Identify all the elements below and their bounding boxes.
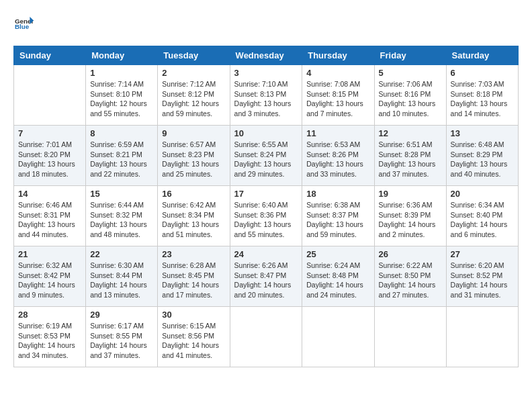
day-cell: 28Sunrise: 6:19 AM Sunset: 8:53 PM Dayli… (14, 307, 86, 367)
day-cell: 8Sunrise: 6:59 AM Sunset: 8:21 PM Daylig… (86, 126, 158, 186)
day-info: Sunrise: 7:06 AM Sunset: 8:16 PM Dayligh… (379, 79, 442, 119)
day-info: Sunrise: 6:51 AM Sunset: 8:28 PM Dayligh… (379, 140, 442, 179)
day-info: Sunrise: 7:10 AM Sunset: 8:13 PM Dayligh… (234, 79, 298, 119)
day-number: 22 (90, 249, 153, 259)
day-cell: 12Sunrise: 6:51 AM Sunset: 8:28 PM Dayli… (374, 126, 446, 186)
day-cell: 4Sunrise: 7:08 AM Sunset: 8:15 PM Daylig… (302, 65, 374, 126)
header: General Blue (13, 13, 519, 35)
day-info: Sunrise: 7:08 AM Sunset: 8:15 PM Dayligh… (306, 79, 369, 119)
day-cell (14, 65, 86, 126)
day-number: 21 (18, 249, 81, 259)
week-row-4: 21Sunrise: 6:32 AM Sunset: 8:42 PM Dayli… (14, 246, 519, 307)
day-number: 25 (306, 249, 369, 259)
day-header-sunday: Sunday (14, 46, 86, 65)
day-cell: 3Sunrise: 7:10 AM Sunset: 8:13 PM Daylig… (230, 65, 302, 126)
day-info: Sunrise: 6:44 AM Sunset: 8:32 PM Dayligh… (90, 200, 153, 240)
day-number: 23 (162, 249, 225, 259)
day-header-saturday: Saturday (446, 46, 518, 65)
day-info: Sunrise: 7:12 AM Sunset: 8:12 PM Dayligh… (162, 79, 225, 119)
day-info: Sunrise: 6:34 AM Sunset: 8:40 PM Dayligh… (451, 200, 514, 240)
day-cell: 13Sunrise: 6:48 AM Sunset: 8:29 PM Dayli… (446, 126, 518, 186)
day-cell: 26Sunrise: 6:22 AM Sunset: 8:50 PM Dayli… (374, 246, 446, 307)
day-number: 17 (234, 189, 298, 199)
day-number: 10 (234, 128, 298, 138)
day-number: 3 (234, 68, 298, 78)
day-info: Sunrise: 6:28 AM Sunset: 8:45 PM Dayligh… (162, 261, 225, 300)
day-header-tuesday: Tuesday (158, 46, 230, 65)
day-number: 4 (306, 68, 369, 78)
week-row-5: 28Sunrise: 6:19 AM Sunset: 8:53 PM Dayli… (14, 307, 519, 367)
day-info: Sunrise: 6:24 AM Sunset: 8:48 PM Dayligh… (306, 261, 369, 300)
day-info: Sunrise: 6:22 AM Sunset: 8:50 PM Dayligh… (379, 261, 442, 300)
day-number: 29 (90, 310, 153, 320)
day-number: 1 (90, 68, 153, 78)
week-row-2: 7Sunrise: 7:01 AM Sunset: 8:20 PM Daylig… (14, 126, 519, 186)
day-number: 12 (379, 128, 442, 138)
day-cell (302, 307, 374, 367)
day-cell: 30Sunrise: 6:15 AM Sunset: 8:56 PM Dayli… (158, 307, 230, 367)
day-cell: 16Sunrise: 6:42 AM Sunset: 8:34 PM Dayli… (158, 186, 230, 246)
day-cell: 14Sunrise: 6:46 AM Sunset: 8:31 PM Dayli… (14, 186, 86, 246)
day-header-wednesday: Wednesday (230, 46, 302, 65)
logo-icon: General Blue (15, 13, 34, 32)
day-cell: 9Sunrise: 6:57 AM Sunset: 8:23 PM Daylig… (158, 126, 230, 186)
day-number: 28 (18, 310, 81, 320)
day-info: Sunrise: 6:38 AM Sunset: 8:37 PM Dayligh… (306, 200, 369, 240)
day-info: Sunrise: 6:19 AM Sunset: 8:53 PM Dayligh… (18, 321, 81, 361)
day-cell (374, 307, 446, 367)
day-cell: 22Sunrise: 6:30 AM Sunset: 8:44 PM Dayli… (86, 246, 158, 307)
day-info: Sunrise: 6:42 AM Sunset: 8:34 PM Dayligh… (162, 200, 225, 240)
day-info: Sunrise: 6:40 AM Sunset: 8:36 PM Dayligh… (234, 200, 298, 240)
day-number: 27 (451, 249, 514, 259)
day-info: Sunrise: 6:48 AM Sunset: 8:29 PM Dayligh… (451, 140, 514, 179)
days-header-row: SundayMondayTuesdayWednesdayThursdayFrid… (14, 46, 519, 65)
day-info: Sunrise: 6:57 AM Sunset: 8:23 PM Dayligh… (162, 140, 225, 179)
day-cell: 23Sunrise: 6:28 AM Sunset: 8:45 PM Dayli… (158, 246, 230, 307)
day-info: Sunrise: 6:30 AM Sunset: 8:44 PM Dayligh… (90, 261, 153, 300)
day-number: 9 (162, 128, 225, 138)
day-cell: 10Sunrise: 6:55 AM Sunset: 8:24 PM Dayli… (230, 126, 302, 186)
day-info: Sunrise: 6:59 AM Sunset: 8:21 PM Dayligh… (90, 140, 153, 179)
day-info: Sunrise: 7:01 AM Sunset: 8:20 PM Dayligh… (18, 140, 81, 179)
day-number: 8 (90, 128, 153, 138)
day-number: 24 (234, 249, 298, 259)
week-row-1: 1Sunrise: 7:14 AM Sunset: 8:10 PM Daylig… (14, 65, 519, 126)
calendar: SundayMondayTuesdayWednesdayThursdayFrid… (13, 46, 519, 367)
day-cell: 18Sunrise: 6:38 AM Sunset: 8:37 PM Dayli… (302, 186, 374, 246)
day-cell: 24Sunrise: 6:26 AM Sunset: 8:47 PM Dayli… (230, 246, 302, 307)
day-cell: 2Sunrise: 7:12 AM Sunset: 8:12 PM Daylig… (158, 65, 230, 126)
day-number: 13 (451, 128, 514, 138)
day-info: Sunrise: 6:15 AM Sunset: 8:56 PM Dayligh… (162, 321, 225, 361)
day-cell: 27Sunrise: 6:20 AM Sunset: 8:52 PM Dayli… (446, 246, 518, 307)
day-cell: 21Sunrise: 6:32 AM Sunset: 8:42 PM Dayli… (14, 246, 86, 307)
day-cell: 11Sunrise: 6:53 AM Sunset: 8:26 PM Dayli… (302, 126, 374, 186)
day-number: 15 (90, 189, 153, 199)
day-info: Sunrise: 7:14 AM Sunset: 8:10 PM Dayligh… (90, 79, 153, 119)
day-cell: 15Sunrise: 6:44 AM Sunset: 8:32 PM Dayli… (86, 186, 158, 246)
day-header-thursday: Thursday (302, 46, 374, 65)
day-number: 6 (451, 68, 514, 78)
day-header-monday: Monday (86, 46, 158, 65)
day-cell: 6Sunrise: 7:03 AM Sunset: 8:18 PM Daylig… (446, 65, 518, 126)
day-number: 16 (162, 189, 225, 199)
week-row-3: 14Sunrise: 6:46 AM Sunset: 8:31 PM Dayli… (14, 186, 519, 246)
day-number: 7 (18, 128, 81, 138)
day-cell: 17Sunrise: 6:40 AM Sunset: 8:36 PM Dayli… (230, 186, 302, 246)
day-cell: 25Sunrise: 6:24 AM Sunset: 8:48 PM Dayli… (302, 246, 374, 307)
day-number: 26 (379, 249, 442, 259)
day-number: 2 (162, 68, 225, 78)
day-cell: 1Sunrise: 7:14 AM Sunset: 8:10 PM Daylig… (86, 65, 158, 126)
day-info: Sunrise: 7:03 AM Sunset: 8:18 PM Dayligh… (451, 79, 514, 119)
svg-text:Blue: Blue (15, 23, 30, 30)
day-number: 5 (379, 68, 442, 78)
day-header-friday: Friday (374, 46, 446, 65)
day-cell: 19Sunrise: 6:36 AM Sunset: 8:39 PM Dayli… (374, 186, 446, 246)
day-number: 14 (18, 189, 81, 199)
day-cell: 7Sunrise: 7:01 AM Sunset: 8:20 PM Daylig… (14, 126, 86, 186)
day-info: Sunrise: 6:17 AM Sunset: 8:55 PM Dayligh… (90, 321, 153, 361)
day-number: 30 (162, 310, 225, 320)
day-info: Sunrise: 6:53 AM Sunset: 8:26 PM Dayligh… (306, 140, 369, 179)
day-info: Sunrise: 6:20 AM Sunset: 8:52 PM Dayligh… (451, 261, 514, 300)
day-cell: 20Sunrise: 6:34 AM Sunset: 8:40 PM Dayli… (446, 186, 518, 246)
day-info: Sunrise: 6:36 AM Sunset: 8:39 PM Dayligh… (379, 200, 442, 240)
